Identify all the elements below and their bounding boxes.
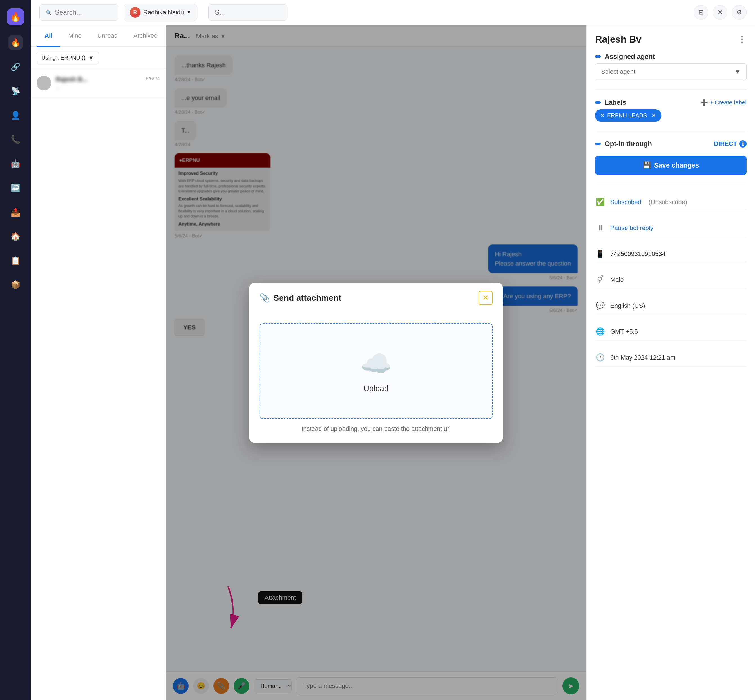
tab-mine[interactable]: Mine: [60, 25, 89, 47]
optin-dot: [595, 143, 601, 145]
chat-area: Ra... Mark as ▼ ...thanks Rajesh 4/28/24…: [166, 25, 586, 700]
check-circle-icon: ✅: [595, 198, 605, 206]
agent-select-placeholder: Select agent: [601, 68, 635, 75]
create-label-link[interactable]: ➕ + Create label: [701, 99, 747, 106]
agent-select-chevron: ▼: [735, 68, 741, 75]
contact-name: Rajesh Bv: [595, 34, 641, 45]
filter-label: Using : ERPNU (): [41, 55, 86, 61]
modal-header: 📎 Send attachment ✕: [250, 283, 503, 313]
agent-badge[interactable]: R Radhika Naidu ▼: [124, 4, 197, 21]
section-label-row: Assigned agent: [595, 53, 747, 61]
filter-select[interactable]: Using : ERPNU () ▼: [37, 52, 99, 64]
topbar: 🔍 R Radhika Naidu ▼ ⊞ ✕ ⚙: [31, 0, 755, 25]
assigned-agent-section: Assigned agent Select agent ▼: [595, 53, 747, 80]
tab-all[interactable]: All: [37, 25, 60, 47]
globe-icon: 🌐: [595, 327, 605, 336]
sidebar-item-signal[interactable]: 📡: [8, 84, 22, 98]
pause-bot-link[interactable]: Pause bot reply: [610, 224, 654, 232]
labels-label: Labels: [605, 98, 626, 106]
sidebar-item-contacts[interactable]: 👤: [8, 108, 22, 122]
conv-time: 5/6/24: [146, 76, 160, 82]
modal-title: 📎 Send attachment: [259, 293, 342, 303]
pause-icon: ⏸: [595, 223, 605, 232]
agent-dropdown-icon: ▼: [187, 10, 191, 15]
opt-in-row: Opt-in through DIRECT ℹ: [595, 140, 747, 148]
labels-section: Labels ➕ + Create label ✕ ERPNU LEADS ✕: [595, 98, 747, 122]
search-box[interactable]: 🔍: [39, 4, 118, 20]
label-chip-x-icon[interactable]: ✕: [600, 112, 604, 119]
filter-bar: Using : ERPNU () ▼: [31, 47, 165, 69]
save-label: Save changes: [654, 161, 699, 169]
avatar: [37, 76, 51, 91]
content-wrapper: All Mine Unread Archived Using : ERPNU (…: [31, 25, 755, 700]
optin-label: Opt-in through: [605, 140, 652, 148]
optin-section: Opt-in through DIRECT ℹ: [595, 140, 747, 148]
last-activity-value: 6th May 2024 12:21 am: [610, 354, 675, 361]
direct-text: DIRECT: [714, 140, 737, 148]
sidebar-logo[interactable]: 🔥: [7, 8, 24, 25]
language-row: 💬 English (US): [595, 297, 747, 315]
timezone-value: GMT +5.5: [610, 328, 638, 335]
conversation-list: All Mine Unread Archived Using : ERPNU (…: [31, 25, 166, 700]
list-item[interactable]: Rajesh B... ... 5/6/24: [31, 69, 165, 97]
optin-label-row: Opt-in through: [595, 140, 652, 148]
sidebar-item-link[interactable]: 🔗: [8, 60, 22, 74]
divider-3: [595, 184, 747, 184]
right-panel: Rajesh Bv ⋮ Assigned agent Select agent …: [586, 25, 755, 700]
logo-icon: 🔥: [10, 11, 21, 22]
filter-dropdown-icon: ▼: [88, 55, 94, 61]
tab-archived[interactable]: Archived: [126, 25, 165, 47]
sidebar-item-home[interactable]: 🏠: [8, 229, 22, 243]
gender-row: ⚥ Male: [595, 271, 747, 289]
search-input[interactable]: [55, 8, 112, 16]
segment-search[interactable]: [208, 4, 287, 20]
conv-info: Rajesh B... ...: [56, 76, 141, 91]
sidebar-item-calls[interactable]: 📞: [8, 132, 22, 147]
direct-badge: DIRECT ℹ: [714, 140, 747, 148]
sidebar-item-fire[interactable]: 🔥: [8, 36, 22, 50]
main-area: 🔍 R Radhika Naidu ▼ ⊞ ✕ ⚙ All Mine Unrea…: [31, 0, 755, 700]
conv-tabs: All Mine Unread Archived: [31, 25, 165, 47]
phone-icon: 📱: [595, 250, 605, 258]
upload-label: Upload: [364, 384, 389, 393]
modal-close-button[interactable]: ✕: [479, 291, 493, 305]
modal-hint: Instead of uploading, you can paste the …: [259, 425, 493, 433]
upload-zone[interactable]: ☁️ Upload: [259, 323, 493, 419]
modal-overlay[interactable]: 📎 Send attachment ✕ ☁️ Upload Instead of…: [166, 25, 586, 700]
pause-bot-row: ⏸ Pause bot reply: [595, 219, 747, 237]
timezone-row: 🌐 GMT +5.5: [595, 323, 747, 341]
more-options-button[interactable]: ⋮: [738, 34, 747, 45]
topbar-icon-settings[interactable]: ⚙: [732, 5, 747, 20]
label-chip-close-btn[interactable]: ✕: [651, 112, 656, 119]
label-chip-text: ERPNU LEADS: [607, 112, 647, 119]
subscribed-text[interactable]: Subscribed: [610, 198, 641, 206]
gender-value: Male: [610, 276, 624, 284]
topbar-icon-close[interactable]: ✕: [713, 5, 727, 20]
labels-label-row: Labels ➕ + Create label: [595, 98, 747, 106]
clock-icon: 🕐: [595, 353, 605, 362]
phone-number: 7425009310910534: [610, 250, 666, 258]
tab-unread[interactable]: Unread: [89, 25, 126, 47]
segment-input[interactable]: [215, 8, 281, 16]
sidebar-item-bot[interactable]: 🤖: [8, 156, 22, 170]
sidebar-item-packages[interactable]: 📦: [8, 278, 22, 292]
last-activity-row: 🕐 6th May 2024 12:21 am: [595, 348, 747, 367]
agent-select-dropdown[interactable]: Select agent ▼: [595, 63, 747, 80]
subscribed-row: ✅ Subscribed (Unsubscribe): [595, 193, 747, 211]
sidebar-item-reports[interactable]: 📋: [8, 253, 22, 267]
unsubscribe-link[interactable]: (Unsubscribe): [649, 198, 687, 206]
send-attachment-modal: 📎 Send attachment ✕ ☁️ Upload Instead of…: [250, 283, 503, 443]
labels-section-dot: [595, 102, 601, 104]
sidebar-item-send[interactable]: 📤: [8, 205, 22, 219]
attachment-icon: 📎: [259, 293, 270, 303]
topbar-actions: ⊞ ✕ ⚙: [694, 5, 747, 20]
assigned-agent-label: Assigned agent: [605, 53, 655, 61]
conv-name: Rajesh B...: [56, 76, 141, 83]
agent-avatar: R: [130, 7, 140, 18]
language-icon: 💬: [595, 301, 605, 310]
topbar-icon-sort[interactable]: ⊞: [694, 5, 708, 20]
sidebar-item-reply[interactable]: ↩️: [8, 181, 22, 195]
save-changes-button[interactable]: 💾 Save changes: [595, 156, 747, 175]
search-icon: 🔍: [46, 10, 51, 15]
upload-cloud-icon: ☁️: [360, 349, 392, 378]
